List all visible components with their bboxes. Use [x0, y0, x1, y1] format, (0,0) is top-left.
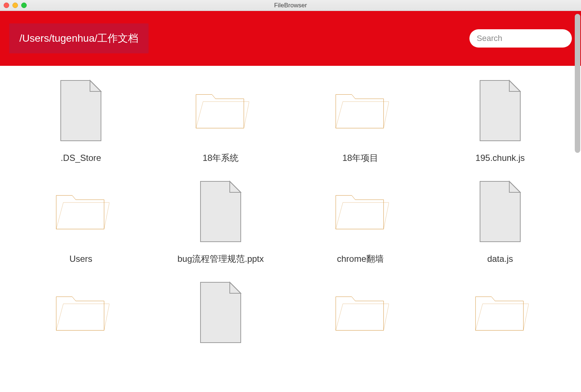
- item-icon-wrap: [199, 178, 243, 244]
- folder-icon: [332, 188, 389, 235]
- file-grid-container[interactable]: .DS_Store 18年系统 18年项目 195.chunk.js Users…: [0, 66, 581, 392]
- search-input[interactable]: [477, 34, 565, 43]
- item-icon-wrap: [478, 178, 522, 244]
- file-item[interactable]: data.js: [430, 175, 570, 268]
- folder-item[interactable]: 18年系统: [151, 74, 290, 167]
- traffic-lights: [4, 3, 27, 8]
- folder-item[interactable]: [430, 276, 570, 358]
- folder-item[interactable]: chrome翻墙: [290, 175, 430, 268]
- titlebar: FileBrowser: [0, 0, 581, 11]
- item-label: chrome翻墙: [337, 253, 384, 265]
- file-item[interactable]: bug流程管理规范.pptx: [151, 175, 290, 268]
- folder-icon: [332, 289, 389, 336]
- item-icon-wrap: [478, 78, 522, 143]
- folder-item[interactable]: 18年项目: [290, 74, 430, 167]
- item-icon-wrap: [472, 280, 529, 346]
- item-icon-wrap: [192, 78, 249, 143]
- item-label: bug流程管理规范.pptx: [177, 253, 264, 265]
- item-icon-wrap: [53, 178, 109, 244]
- file-icon: [199, 280, 243, 344]
- breadcrumb-path: /Users/tugenhua/工作文档: [19, 33, 138, 44]
- file-icon: [478, 180, 522, 244]
- folder-icon: [472, 289, 529, 336]
- file-item[interactable]: [151, 276, 290, 358]
- folder-icon: [332, 87, 389, 134]
- item-label: 195.chunk.js: [476, 152, 525, 164]
- item-icon-wrap: [53, 280, 109, 346]
- item-icon-wrap: [199, 280, 243, 346]
- item-icon-wrap: [59, 78, 103, 143]
- item-icon-wrap: [332, 178, 389, 244]
- header: /Users/tugenhua/工作文档: [0, 11, 581, 66]
- search-box[interactable]: [469, 29, 572, 48]
- breadcrumb[interactable]: /Users/tugenhua/工作文档: [9, 23, 149, 53]
- file-icon: [59, 79, 103, 143]
- item-label: 18年项目: [342, 152, 379, 164]
- folder-icon: [192, 87, 249, 134]
- file-grid: .DS_Store 18年系统 18年项目 195.chunk.js Users…: [0, 74, 581, 358]
- item-label: data.js: [487, 253, 513, 265]
- minimize-button[interactable]: [12, 3, 18, 8]
- folder-item[interactable]: [11, 276, 151, 358]
- close-button[interactable]: [4, 3, 9, 8]
- item-label: .DS_Store: [61, 152, 101, 164]
- folder-icon: [53, 289, 109, 336]
- folder-icon: [53, 188, 109, 235]
- folder-item[interactable]: [290, 276, 430, 358]
- file-item[interactable]: 195.chunk.js: [430, 74, 570, 167]
- scrollbar[interactable]: [575, 14, 580, 153]
- maximize-button[interactable]: [21, 3, 27, 8]
- item-label: Users: [70, 253, 93, 265]
- file-item[interactable]: .DS_Store: [11, 74, 151, 167]
- file-icon: [199, 180, 243, 244]
- folder-item[interactable]: Users: [11, 175, 151, 268]
- item-icon-wrap: [332, 78, 389, 143]
- file-icon: [478, 79, 522, 143]
- window-title: FileBrowser: [274, 2, 307, 9]
- item-label: 18年系统: [203, 152, 239, 164]
- item-icon-wrap: [332, 280, 389, 346]
